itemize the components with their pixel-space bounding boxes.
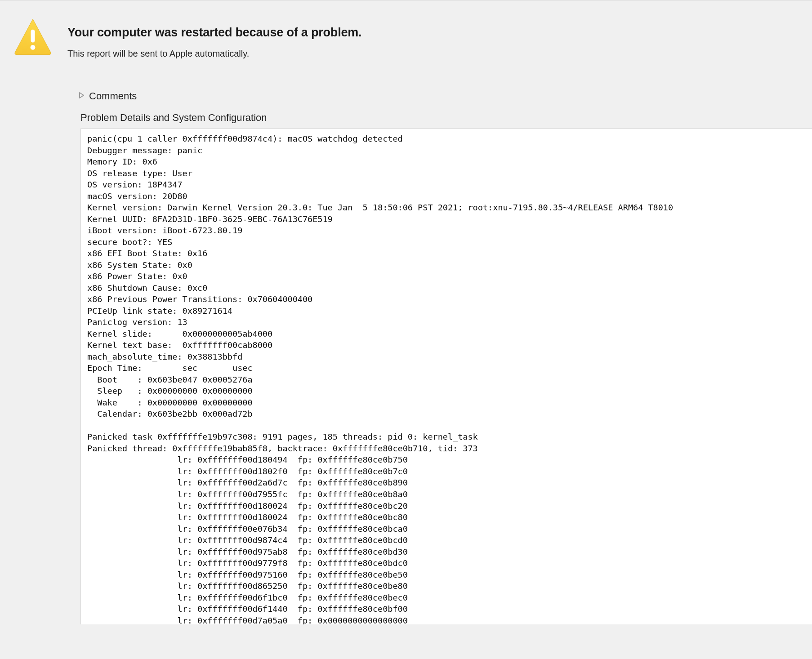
- svg-rect-0: [31, 30, 35, 43]
- header-text: Your computer was restarted because of a…: [67, 9, 812, 59]
- report-text-area[interactable]: panic(cpu 1 caller 0xfffffff00d9874c4): …: [80, 128, 812, 624]
- crash-report-dialog: Your computer was restarted because of a…: [0, 0, 812, 659]
- dialog-title: Your computer was restarted because of a…: [67, 26, 812, 40]
- details-label: Problem Details and System Configuration: [80, 112, 812, 124]
- dialog-subtitle: This report will be sent to Apple automa…: [67, 49, 812, 59]
- svg-point-1: [31, 45, 36, 50]
- chevron-right-icon: [79, 91, 85, 101]
- comments-disclosure[interactable]: Comments: [79, 90, 812, 102]
- header-row: Your computer was restarted because of a…: [0, 9, 812, 59]
- comments-label: Comments: [89, 90, 137, 102]
- warning-icon: [13, 17, 53, 57]
